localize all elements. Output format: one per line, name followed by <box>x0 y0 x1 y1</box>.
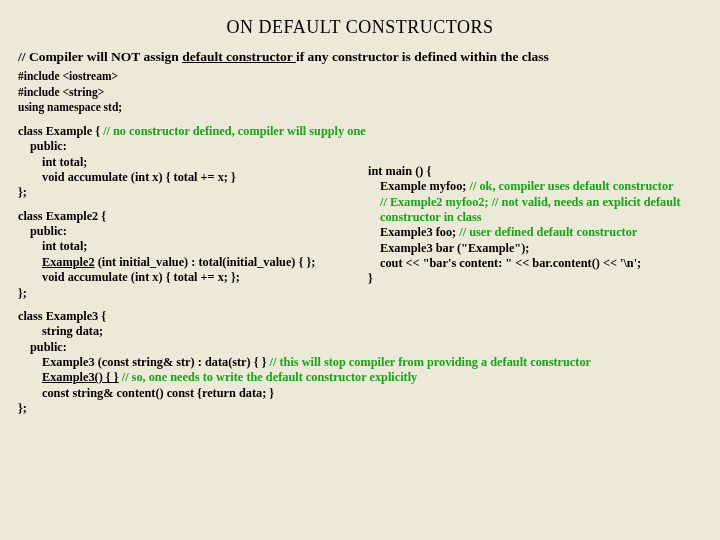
ex3-content: const string& content() const {return da… <box>18 386 702 401</box>
main-cout: cout << "bar's content: " << bar.content… <box>368 256 708 271</box>
include-iostream: #include <iostream> <box>18 69 702 85</box>
ex1-close: }; <box>18 185 358 200</box>
ex2-accumulate: void accumulate (int x) { total += x; }; <box>18 270 358 285</box>
code-area: class Example { // no constructor define… <box>18 124 702 416</box>
subtitle-underline: default constructor <box>182 49 296 64</box>
example3-block: class Example3 { string data; public: Ex… <box>18 309 702 417</box>
includes-block: #include <iostream> #include <string> us… <box>18 69 702 116</box>
main-myfoo-comment: // ok, compiler uses default constructor <box>469 179 673 193</box>
main-decl: int main () { <box>368 164 708 179</box>
ex3-data: string data; <box>18 324 702 339</box>
using-namespace: using namespace std; <box>18 100 702 116</box>
main-block: int main () { Example myfoo; // ok, comp… <box>368 164 708 287</box>
ex2-total: int total; <box>18 239 358 254</box>
ex1-decl: class Example { <box>18 124 103 138</box>
ex3-close: }; <box>18 401 702 416</box>
page-title: ON DEFAULT CONSTRUCTORS <box>18 16 702 39</box>
ex3-ctor1: Example3 (const string& str) : data(str)… <box>42 355 270 369</box>
main-foo: Example3 foo; <box>380 225 459 239</box>
subtitle-pre: // Compiler will NOT assign <box>18 49 182 64</box>
ex1-public: public: <box>18 139 358 154</box>
ex3-decl: class Example3 { <box>18 309 702 324</box>
example1-block: class Example { // no constructor define… <box>18 124 358 201</box>
main-bar: Example3 bar ("Example"); <box>368 241 708 256</box>
ex2-public: public: <box>18 224 358 239</box>
ex1-total: int total; <box>18 155 358 170</box>
main-close: } <box>368 271 708 286</box>
main-myfoo: Example myfoo; <box>380 179 469 193</box>
ex2-ctor-rest: (int initial_value) : total(initial_valu… <box>95 255 316 269</box>
ex1-accumulate: void accumulate (int x) { total += x; } <box>18 170 358 185</box>
ex2-ctor-name: Example2 <box>42 255 95 269</box>
ex2-close: }; <box>18 286 358 301</box>
subtitle-post: if any constructor is defined within the… <box>296 49 549 64</box>
ex3-ctor2-comment: // so, one needs to write the default co… <box>119 370 418 384</box>
include-string: #include <string> <box>18 85 702 101</box>
example2-block: class Example2 { public: int total; Exam… <box>18 209 358 301</box>
ex3-ctor1-comment: // this will stop compiler from providin… <box>270 355 591 369</box>
ex1-comment: // no constructor defined, compiler will… <box>103 124 366 138</box>
ex3-ctor2: Example3() { } <box>42 370 119 384</box>
left-column: class Example { // no constructor define… <box>18 124 358 301</box>
main-myfoo2: // Example2 myfoo2; <box>380 195 492 209</box>
ex2-decl: class Example2 { <box>18 209 358 224</box>
main-foo-comment: // user defined default constructor <box>459 225 637 239</box>
ex3-public: public: <box>18 340 702 355</box>
subtitle: // Compiler will NOT assign default cons… <box>18 49 702 66</box>
